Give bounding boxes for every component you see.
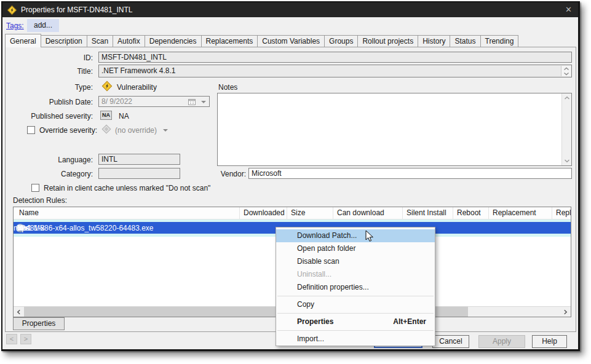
menu-item-open-patch-folder[interactable]: Open patch folder: [276, 242, 435, 255]
severity-badge: NA: [100, 111, 112, 120]
row-reboot: Yes: [14, 224, 49, 232]
apply-button[interactable]: Apply: [478, 335, 525, 348]
menu-item-disable-scan[interactable]: Disable scan: [276, 255, 435, 268]
column-header-replacement-2[interactable]: Repla: [552, 207, 571, 220]
tags-link[interactable]: Tags:: [6, 22, 24, 30]
cancel-button[interactable]: Cancel: [432, 335, 469, 348]
calendar-icon: [188, 98, 196, 105]
tab-scan[interactable]: Scan: [87, 35, 113, 47]
menu-separator: [277, 330, 434, 331]
retain-cache-label: Retain in client cache unless marked "Do…: [44, 184, 210, 192]
rule-properties-button[interactable]: Properties: [13, 317, 65, 330]
table-header: Name Downloaded Size Can download Silent…: [14, 207, 571, 220]
tab-strip: General Description Scan Autofix Depende…: [5, 33, 518, 47]
add-tag-button[interactable]: add...: [27, 19, 59, 32]
menu-shortcut: Alt+Enter: [393, 315, 426, 328]
tab-trending[interactable]: Trending: [480, 35, 519, 47]
override-severity-value[interactable]: (no override): [115, 126, 157, 135]
override-severity-label: Override severity:: [39, 126, 97, 135]
tab-description[interactable]: Description: [41, 35, 87, 47]
close-icon[interactable]: ✕: [565, 5, 572, 14]
chevron-right-icon: [563, 309, 568, 315]
tab-history[interactable]: History: [418, 35, 450, 47]
menu-item-copy[interactable]: Copy: [276, 298, 435, 311]
column-header-replacement[interactable]: Replacement: [488, 207, 552, 220]
context-menu: Download Patch... Open patch folder Disa…: [276, 227, 435, 346]
chevron-down-icon[interactable]: [564, 159, 570, 163]
patch-diamond-icon: [7, 5, 17, 15]
help-button[interactable]: Help: [532, 335, 567, 348]
language-label: Language:: [6, 156, 93, 164]
menu-item-import[interactable]: Import...: [276, 333, 435, 346]
column-header-silent-install[interactable]: Silent Install: [402, 207, 453, 220]
id-field[interactable]: MSFT-DN481_INTL: [98, 52, 572, 63]
language-field[interactable]: INTL: [98, 154, 180, 165]
tab-replacements[interactable]: Replacements: [201, 35, 258, 47]
tab-groups[interactable]: Groups: [324, 35, 358, 47]
scroll-right-button[interactable]: [560, 307, 571, 317]
publish-date-label: Publish Date:: [6, 98, 93, 106]
properties-dialog: Properties for MSFT-DN481_INTL ✕ Tags: a…: [1, 1, 580, 351]
spinner-down-icon[interactable]: [563, 72, 569, 76]
column-header-reboot[interactable]: Reboot: [453, 207, 488, 220]
id-label: ID:: [6, 53, 93, 62]
menu-item-download-patch[interactable]: Download Patch...: [276, 229, 435, 242]
chevron-up-icon[interactable]: [564, 96, 570, 100]
vendor-label: Vendor:: [159, 170, 246, 178]
severity-diamond-icon: [101, 124, 111, 134]
detection-rules-label: Detection Rules:: [13, 196, 67, 205]
tab-status[interactable]: Status: [450, 35, 480, 47]
window-title: Properties for MSFT-DN481_INTL: [21, 6, 132, 14]
menu-item-definition-properties[interactable]: Definition properties...: [276, 281, 435, 294]
menu-separator: [277, 313, 434, 314]
tab-dependencies[interactable]: Dependencies: [145, 35, 202, 47]
type-value: Vulnerability: [117, 83, 157, 92]
menu-item-uninstall: Uninstall...: [276, 268, 435, 281]
tab-custom-variables[interactable]: Custom Variables: [257, 35, 325, 47]
vendor-field[interactable]: Microsoft: [248, 168, 572, 179]
column-header-can-download[interactable]: Can download: [333, 207, 402, 220]
title-field[interactable]: .NET Framework 4.8.1: [98, 65, 572, 77]
publish-date-dropdown-icon[interactable]: [201, 101, 206, 103]
notes-label: Notes: [218, 83, 237, 92]
vulnerability-diamond-icon: [101, 81, 113, 92]
notes-textarea[interactable]: [217, 93, 572, 166]
type-label: Type:: [6, 83, 93, 92]
spinner-up-icon[interactable]: [563, 67, 569, 71]
override-severity-checkbox[interactable]: [27, 126, 35, 134]
title-label: Title:: [6, 67, 93, 76]
prev-button[interactable]: <: [6, 334, 17, 344]
title-spinner[interactable]: [561, 66, 571, 76]
sort-asc-icon: [29, 212, 34, 215]
titlebar: Properties for MSFT-DN481_INTL ✕: [2, 2, 578, 17]
tab-general[interactable]: General: [5, 34, 41, 47]
menu-item-properties[interactable]: Properties Alt+Enter: [276, 315, 435, 328]
mouse-cursor: [365, 230, 374, 243]
menu-separator: [277, 296, 434, 296]
published-severity-value: NA: [119, 112, 129, 121]
column-header-name[interactable]: Name: [14, 207, 239, 220]
override-severity-dropdown-icon[interactable]: [163, 129, 168, 132]
published-severity-label: Published severity:: [6, 112, 93, 121]
tab-rollout-projects[interactable]: Rollout projects: [357, 35, 418, 47]
next-button[interactable]: >: [20, 334, 31, 344]
notes-scrollbar[interactable]: [561, 93, 571, 165]
publish-date-picker[interactable]: 8/ 9/2022: [98, 96, 210, 107]
column-header-size[interactable]: Size: [287, 207, 333, 220]
column-header-downloaded[interactable]: Downloaded: [239, 207, 287, 220]
retain-cache-checkbox[interactable]: [31, 184, 39, 192]
category-label: Category:: [6, 170, 93, 178]
scroll-left-button[interactable]: [14, 307, 24, 317]
chevron-left-icon: [17, 309, 21, 315]
tab-autofix[interactable]: Autofix: [113, 35, 145, 47]
